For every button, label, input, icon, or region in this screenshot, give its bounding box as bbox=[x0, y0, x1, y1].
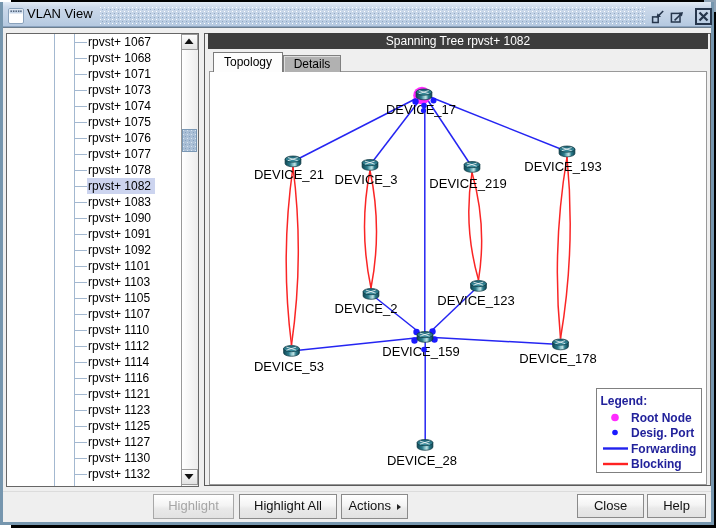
svg-text:rpvst+ 1105: rpvst+ 1105 bbox=[88, 291, 150, 305]
svg-text:rpvst+ 1130: rpvst+ 1130 bbox=[88, 451, 150, 465]
svg-text:DEVICE_159: DEVICE_159 bbox=[382, 344, 459, 359]
svg-text:rpvst+ 1082: rpvst+ 1082 bbox=[88, 179, 151, 193]
svg-text:DEVICE_219: DEVICE_219 bbox=[429, 176, 506, 191]
svg-text:rpvst+ 1092: rpvst+ 1092 bbox=[88, 243, 151, 257]
svg-text:rpvst+ 1125: rpvst+ 1125 bbox=[88, 419, 150, 433]
svg-text:rpvst+ 1077: rpvst+ 1077 bbox=[88, 147, 151, 161]
svg-text:rpvst+ 1078: rpvst+ 1078 bbox=[88, 163, 151, 177]
svg-text:rpvst+ 1103: rpvst+ 1103 bbox=[88, 275, 150, 289]
svg-text:rpvst+ 1123: rpvst+ 1123 bbox=[88, 403, 150, 417]
svg-text:Root Node: Root Node bbox=[631, 411, 692, 425]
svg-text:rpvst+ 1132: rpvst+ 1132 bbox=[88, 467, 150, 481]
svg-text:rpvst+ 1107: rpvst+ 1107 bbox=[88, 307, 150, 321]
svg-text:Desig. Port: Desig. Port bbox=[631, 426, 694, 440]
svg-text:rpvst+ 1075: rpvst+ 1075 bbox=[88, 115, 151, 129]
svg-text:DEVICE_28: DEVICE_28 bbox=[387, 453, 457, 468]
svg-text:rpvst+ 1090: rpvst+ 1090 bbox=[88, 211, 151, 225]
svg-text:rpvst+ 1091: rpvst+ 1091 bbox=[88, 227, 151, 241]
svg-text:rpvst+ 1071: rpvst+ 1071 bbox=[88, 67, 151, 81]
svg-text:rpvst+ 1127: rpvst+ 1127 bbox=[88, 435, 150, 449]
svg-text:rpvst+ 1067: rpvst+ 1067 bbox=[88, 35, 151, 49]
svg-text:rpvst+ 1101: rpvst+ 1101 bbox=[88, 259, 150, 273]
svg-text:DEVICE_123: DEVICE_123 bbox=[437, 293, 514, 308]
svg-text:DEVICE_21: DEVICE_21 bbox=[254, 167, 324, 182]
svg-text:rpvst+ 1068: rpvst+ 1068 bbox=[88, 51, 151, 65]
svg-text:rpvst+ 1076: rpvst+ 1076 bbox=[88, 131, 151, 145]
svg-text:DEVICE_2: DEVICE_2 bbox=[335, 301, 398, 316]
svg-text:rpvst+ 1114: rpvst+ 1114 bbox=[88, 355, 150, 369]
svg-text:DEVICE_178: DEVICE_178 bbox=[519, 351, 596, 366]
svg-text:DEVICE_53: DEVICE_53 bbox=[254, 359, 324, 374]
svg-text:rpvst+ 1074: rpvst+ 1074 bbox=[88, 99, 151, 113]
svg-text:Forwarding: Forwarding bbox=[631, 442, 696, 456]
svg-text:rpvst+ 1110: rpvst+ 1110 bbox=[88, 323, 150, 337]
svg-text:Legend:: Legend: bbox=[601, 394, 648, 408]
svg-text:rpvst+ 1121: rpvst+ 1121 bbox=[88, 387, 150, 401]
svg-text:DEVICE_3: DEVICE_3 bbox=[335, 172, 398, 187]
svg-text:DEVICE_17: DEVICE_17 bbox=[386, 102, 456, 117]
svg-text:rpvst+ 1073: rpvst+ 1073 bbox=[88, 83, 151, 97]
svg-text:rpvst+ 1116: rpvst+ 1116 bbox=[88, 371, 150, 385]
svg-text:Blocking: Blocking bbox=[631, 457, 682, 471]
svg-text:rpvst+ 1112: rpvst+ 1112 bbox=[88, 339, 150, 353]
svg-text:rpvst+ 1083: rpvst+ 1083 bbox=[88, 195, 151, 209]
svg-text:DEVICE_193: DEVICE_193 bbox=[524, 159, 601, 174]
